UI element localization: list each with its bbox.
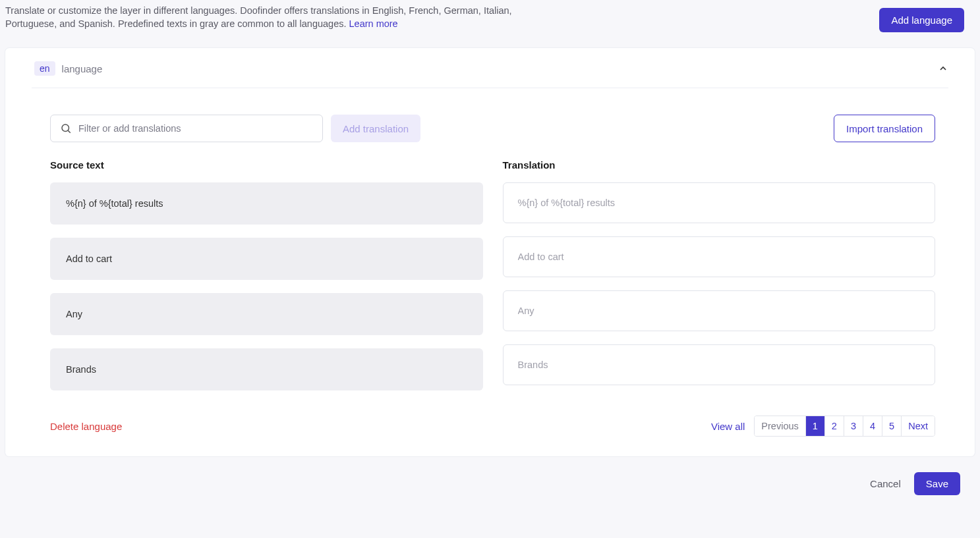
translation-cell: [503, 344, 936, 385]
translation-input[interactable]: [518, 198, 921, 208]
pagination-previous[interactable]: Previous: [755, 416, 805, 436]
translation-input[interactable]: [518, 360, 921, 370]
pagination-next[interactable]: Next: [902, 416, 935, 436]
pagination-page-2[interactable]: 2: [825, 416, 844, 436]
translation-input[interactable]: [518, 252, 921, 262]
card-header[interactable]: en language: [5, 48, 975, 88]
source-cell: %{n} of %{total} results: [50, 182, 483, 225]
add-translation-button[interactable]: Add translation: [331, 115, 420, 142]
svg-point-0: [62, 124, 69, 132]
pagination: Previous 1 2 3 4 5 Next: [754, 416, 935, 437]
filter-input[interactable]: [78, 123, 313, 134]
import-translation-button[interactable]: Import translation: [834, 115, 935, 142]
save-button[interactable]: Save: [914, 472, 960, 495]
source-cell: Add to cart: [50, 238, 483, 280]
translation-cell: [503, 290, 936, 331]
language-label: language: [62, 63, 103, 74]
language-code-badge: en: [34, 61, 55, 76]
source-column-header: Source text: [50, 159, 483, 171]
delete-language-button[interactable]: Delete language: [50, 421, 122, 432]
page-description: Translate or customize the layer in diff…: [5, 4, 559, 31]
cancel-button[interactable]: Cancel: [870, 478, 901, 489]
description-text: Translate or customize the layer in diff…: [5, 5, 512, 29]
add-language-button[interactable]: Add language: [879, 8, 964, 32]
pagination-page-1[interactable]: 1: [806, 416, 825, 436]
source-cell: Brands: [50, 348, 483, 390]
pagination-page-3[interactable]: 3: [844, 416, 863, 436]
search-icon: [60, 122, 72, 134]
translation-cell: [503, 236, 936, 277]
filter-input-wrapper[interactable]: [50, 115, 323, 142]
chevron-up-icon[interactable]: [938, 63, 948, 74]
translation-input[interactable]: [518, 306, 921, 316]
pagination-page-5[interactable]: 5: [882, 416, 902, 436]
translation-column-header: Translation: [503, 159, 936, 171]
language-card: en language Add translation Import trans…: [5, 48, 975, 456]
view-all-link[interactable]: View all: [711, 421, 745, 432]
source-cell: Any: [50, 293, 483, 335]
learn-more-link[interactable]: Learn more: [349, 18, 398, 29]
pagination-page-4[interactable]: 4: [863, 416, 882, 436]
translation-cell: [503, 182, 936, 223]
svg-line-1: [68, 130, 70, 132]
